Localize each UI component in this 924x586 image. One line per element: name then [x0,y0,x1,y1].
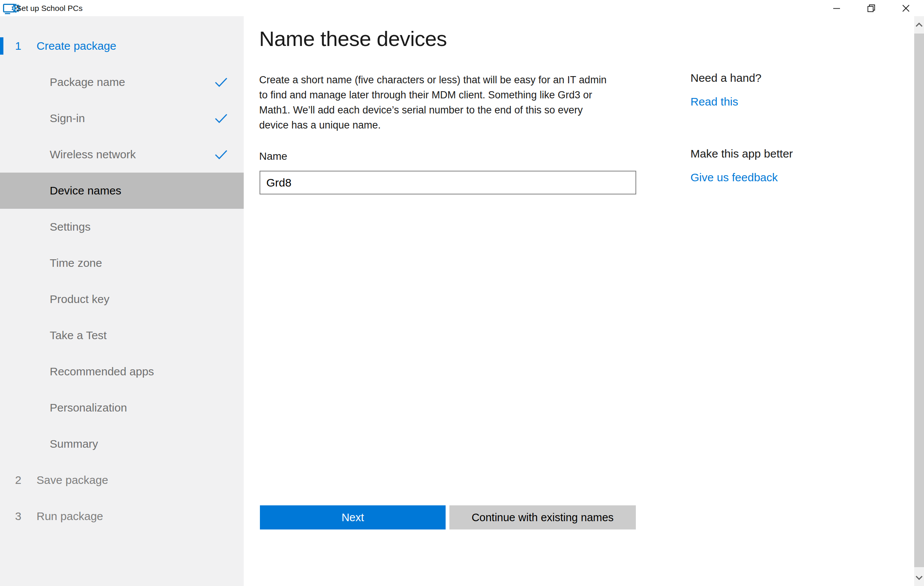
checkmark-icon [214,149,228,160]
step-number: 3 [15,510,21,523]
window-title: Set up School PCs [16,0,82,16]
item-label: Device names [50,184,121,197]
sidebar-item-personalization[interactable]: Personalization [0,390,244,426]
item-label: Recommended apps [50,365,154,378]
description-text: Create a short name (five characters or … [259,72,681,132]
app-window: { "window": { "title": "Set up School PC… [0,0,924,586]
name-input[interactable] [259,171,636,194]
make-app-better-heading: Make this app better [690,147,793,160]
item-label: Personalization [50,401,127,414]
sidebar-step-save-package[interactable]: 2 Save package [0,462,244,498]
sidebar-item-settings[interactable]: Settings [0,209,244,245]
continue-with-existing-names-button[interactable]: Continue with existing names [449,505,636,530]
sidebar-item-product-key[interactable]: Product key [0,281,244,317]
checkmark-icon [214,77,228,88]
sidebar: 1 Create package Package name Sign-in Wi… [0,16,244,586]
item-label: Sign-in [50,112,85,125]
sidebar-item-time-zone[interactable]: Time zone [0,245,244,281]
page-title: Name these devices [259,26,447,51]
sidebar-item-recommended-apps[interactable]: Recommended apps [0,354,244,390]
scroll-down-button[interactable] [914,569,924,586]
chevron-down-icon [915,576,923,580]
name-label: Name [259,151,287,162]
item-label: Package name [50,76,125,89]
scroll-up-button[interactable] [914,16,924,33]
item-label: Take a Test [50,329,107,342]
step-number: 1 [15,40,21,52]
restore-button[interactable] [854,0,889,16]
chevron-up-icon [915,23,923,27]
item-label: Summary [50,437,98,450]
sidebar-item-wireless-network[interactable]: Wireless network [0,136,244,172]
minimize-button[interactable] [819,0,854,16]
sidebar-item-device-names[interactable]: Device names [0,172,244,209]
item-label: Product key [50,293,109,306]
scroll-thumb[interactable] [914,33,924,567]
item-label: Wireless network [50,148,135,161]
sidebar-item-sign-in[interactable]: Sign-in [0,100,244,136]
next-button[interactable]: Next [260,505,446,530]
step-number: 2 [15,474,21,487]
item-label: Time zone [50,257,102,270]
sidebar-step-create-package[interactable]: 1 Create package [0,28,244,64]
need-a-hand-heading: Need a hand? [690,71,762,84]
sidebar-step-run-package[interactable]: 3 Run package [0,498,244,535]
step-label: Run package [36,510,103,523]
minimize-icon [832,3,842,13]
close-icon [901,3,911,13]
active-step-accent-bar [0,37,3,55]
restore-icon [866,3,876,13]
sidebar-item-take-a-test[interactable]: Take a Test [0,317,244,354]
title-bar: ⚙ Set up School PCs [0,0,924,16]
close-button[interactable] [889,0,923,16]
step-label: Create package [36,40,116,52]
scrollbar[interactable] [914,16,924,586]
window-controls [819,0,923,16]
item-label: Settings [50,220,91,233]
give-feedback-link[interactable]: Give us feedback [690,171,778,184]
sidebar-item-package-name[interactable]: Package name [0,64,244,100]
sidebar-item-summary[interactable]: Summary [0,426,244,462]
read-this-link[interactable]: Read this [690,95,738,108]
checkmark-icon [214,113,228,124]
step-label: Save package [36,474,108,487]
